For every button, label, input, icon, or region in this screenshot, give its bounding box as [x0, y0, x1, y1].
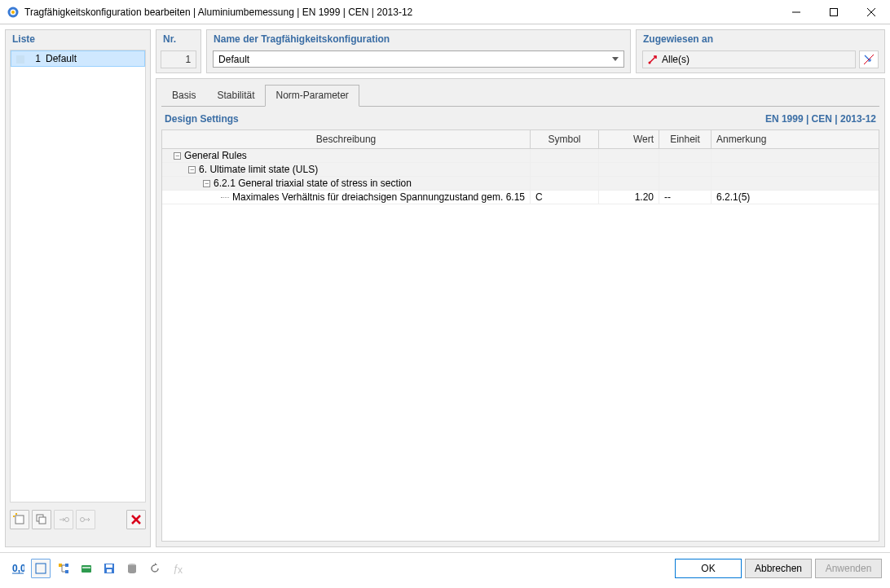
svg-rect-4: [831, 8, 838, 15]
col-note: Anmerkung: [712, 130, 879, 148]
assigned-label: Zugewiesen an: [637, 30, 884, 48]
list-panel: Liste 1Default: [5, 29, 151, 547]
col-description: Beschreibung: [162, 130, 531, 148]
assign-icon: [648, 55, 658, 64]
assigned-value: Alle(s): [662, 54, 690, 65]
group-label: General Rules: [184, 150, 247, 161]
grid-header: Beschreibung Symbol Wert Einheit Anmerku…: [162, 130, 879, 149]
list-item-index: 1: [28, 53, 41, 64]
nr-label: Nr.: [156, 30, 200, 48]
norm-label: EN 1999 | CEN | 2013-12: [765, 113, 876, 125]
param-unit: --: [659, 191, 712, 204]
config-list[interactable]: 1Default: [10, 50, 146, 502]
group-uls[interactable]: −6. Ultimate limit state (ULS): [162, 163, 879, 177]
svg-rect-26: [107, 569, 112, 573]
app-icon: [7, 6, 20, 19]
tab-basis[interactable]: Basis: [161, 85, 206, 107]
svg-text:x: x: [178, 564, 183, 575]
param-value[interactable]: 1.20: [599, 191, 659, 204]
assigned-group: Zugewiesen an Alle(s): [636, 29, 885, 73]
svg-rect-22: [82, 565, 91, 573]
col-value: Wert: [599, 130, 659, 148]
col-unit: Einheit: [659, 130, 712, 148]
tab-stability[interactable]: Stabilität: [206, 85, 265, 107]
name-group: Name der Tragfähigkeitskonfiguration Def…: [206, 29, 631, 73]
name-select[interactable]: Default: [213, 50, 624, 68]
view-box-button[interactable]: [31, 559, 51, 578]
apply-button: Anwenden: [815, 559, 882, 578]
svg-rect-20: [65, 564, 68, 567]
ok-button[interactable]: OK: [675, 559, 742, 578]
minimize-button[interactable]: [778, 0, 815, 24]
param-symbol: C: [531, 191, 599, 204]
group-label: 6.2.1 General triaxial state of stress i…: [214, 178, 412, 189]
design-settings-label: Design Settings: [165, 113, 765, 125]
svg-point-2: [11, 11, 15, 14]
catalog-button[interactable]: [77, 559, 96, 578]
maximize-button[interactable]: [815, 0, 853, 24]
window-title: Tragfähigkeitskonfiguration bearbeiten |…: [24, 7, 778, 18]
design-panel: Basis Stabilität Norm-Parameter Design S…: [156, 78, 885, 547]
group-general-rules[interactable]: −General Rules: [162, 149, 879, 163]
tree-button[interactable]: [54, 559, 73, 578]
link-out-button: [76, 510, 95, 529]
list-item[interactable]: 1Default: [11, 50, 145, 67]
collapse-icon[interactable]: −: [203, 180, 210, 187]
tab-strip: Basis Stabilität Norm-Parameter: [156, 79, 884, 106]
nr-group: Nr.: [156, 29, 201, 73]
pick-assign-button[interactable]: [859, 50, 879, 68]
close-button[interactable]: [853, 0, 890, 24]
copy-button[interactable]: [32, 510, 51, 529]
fx-button: ƒx: [168, 559, 187, 578]
group-label: 6. Ultimate limit state (ULS): [199, 164, 318, 175]
settings-grid: Beschreibung Symbol Wert Einheit Anmerku…: [161, 129, 879, 542]
reset-button[interactable]: [145, 559, 165, 578]
grid-body[interactable]: −General Rules −6. Ultimate limit state …: [162, 149, 879, 541]
nr-input: [161, 50, 196, 68]
chevron-down-icon: [612, 57, 619, 61]
svg-point-11: [81, 518, 85, 522]
new-button[interactable]: [10, 510, 29, 529]
svg-rect-18: [36, 564, 46, 573]
delete-button[interactable]: [126, 510, 146, 529]
bottom-bar: 0,00 ƒx OK Abbrechen Anwenden: [0, 552, 890, 583]
param-row[interactable]: Maximales Verhältnis für dreiachsigen Sp…: [162, 191, 879, 204]
assigned-input: Alle(s): [642, 50, 856, 68]
link-in-button: [54, 510, 73, 529]
tab-norm-parameter[interactable]: Norm-Parameter: [265, 85, 359, 107]
svg-rect-23: [82, 567, 90, 568]
svg-text:0,00: 0,00: [12, 563, 24, 574]
color-swatch: [16, 55, 24, 64]
list-title: Liste: [6, 30, 150, 48]
svg-rect-9: [39, 517, 46, 524]
svg-point-10: [65, 518, 69, 522]
titlebar: Tragfähigkeitskonfiguration bearbeiten |…: [0, 0, 890, 24]
db-button[interactable]: [122, 559, 142, 578]
collapse-icon[interactable]: −: [188, 166, 196, 173]
group-621[interactable]: −6.2.1 General triaxial state of stress …: [162, 177, 879, 191]
svg-point-14: [649, 62, 651, 64]
svg-rect-19: [59, 564, 62, 567]
svg-rect-21: [65, 570, 68, 573]
units-button[interactable]: 0,00: [8, 559, 28, 578]
name-value: Default: [218, 54, 249, 65]
list-item-label: Default: [46, 53, 77, 64]
svg-rect-25: [106, 564, 112, 568]
param-desc: Maximales Verhältnis für dreiachsigen Sp…: [232, 191, 525, 203]
cancel-button[interactable]: Abbrechen: [745, 559, 812, 578]
collapse-icon[interactable]: −: [174, 152, 181, 160]
svg-rect-7: [15, 516, 24, 524]
param-note: 6.2.1(5): [712, 191, 879, 204]
name-label: Name der Tragfähigkeitskonfiguration: [207, 30, 630, 48]
save-button[interactable]: [99, 559, 119, 578]
col-symbol: Symbol: [531, 130, 599, 148]
